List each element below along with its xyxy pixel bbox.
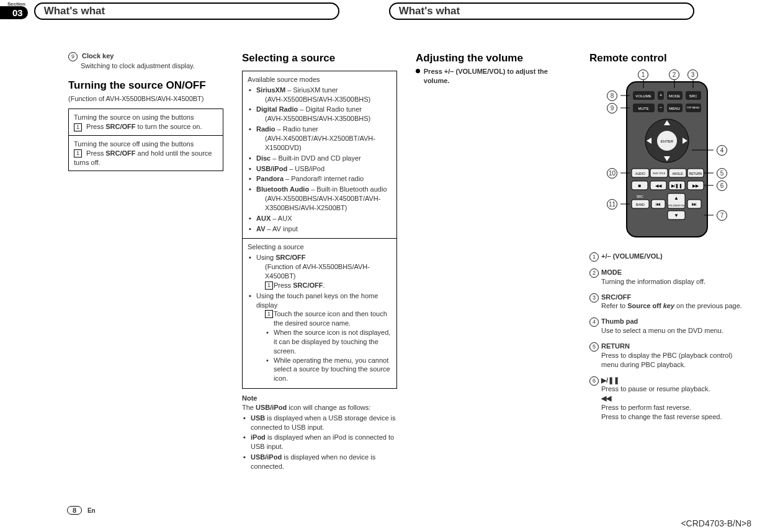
sel-srcoff: Using SRC/OFF (Function of AVH-X5500BHS/… [248,253,392,290]
off-head: Turning the source off using the buttons [74,140,218,149]
source-box: Available source modes SiriusXM – Sirius… [242,71,397,389]
turning-sub: (Function of AVH-X5500BHS/AVH-X4500BT) [68,94,223,104]
svg-text:RETURN: RETURN [689,172,702,175]
column-4: Remote control VOLUME + MODE SRC MUTE − … [589,51,745,472]
remote-item-5: 5 RETURNPress to display the PBC (playba… [589,342,745,370]
turning-on-row: Turning the source on using the buttons … [69,109,223,136]
remote-item-1: 1 +/– (VOLUME/VOL) [589,252,745,262]
page-body: 9 Clock key Switching to clock adjustmen… [0,20,770,472]
src-siriusxm: SiriusXM – SiriusXM tuner(AVH-X5500BHS/A… [248,86,392,104]
page-lang: En [87,507,96,514]
turning-box: Turning the source on using the buttons … [68,109,223,171]
svg-text:◀◀: ◀◀ [655,184,662,188]
header-bar: Section 03 What's what What's what [0,0,770,20]
selecting-heading: Selecting a source [242,51,397,66]
callout-9b: 9 [607,103,617,113]
adjust-line: Press +/– (VOLUME/VOL) to adjust the vol… [416,67,571,86]
src-disc: Disc – Built-in DVD and CD player [248,154,392,163]
svg-text:TOP MENU: TOP MENU [687,106,700,109]
page-number: 8 En [67,506,96,515]
callout-8: 8 [607,91,617,101]
src-radio: Radio – Radio tuner(AVH-X4500BT/AVH-X250… [248,125,392,153]
callout-7: 7 [717,210,727,221]
callout-10: 10 [607,168,617,179]
svg-text:▶▶: ▶▶ [692,184,699,188]
selecting-row: Selecting a source Using SRC/OFF (Functi… [243,239,396,388]
sel-touch-step: 1Touch the source icon and then touch th… [256,309,392,328]
svg-text:▼: ▼ [674,213,679,218]
svg-text:AUDIO: AUDIO [635,172,645,175]
note-lead: The USB/iPod icon will change as follows… [242,403,397,412]
available-modes: Available source modes SiriusXM – Sirius… [243,71,396,239]
svg-text:−: − [660,105,663,110]
note-usb: USB is displayed when a USB storage devi… [242,414,397,432]
remote-item-4: 4 Thumb padUse to select a menu on the D… [589,317,745,335]
sel-note-2: While operating the menu, you cannot sel… [256,356,392,384]
callout-1: 1 [638,69,648,80]
callout-9: 9 [68,52,78,61]
on-step: 1 Press SRC/OFF to turn the source on. [74,122,218,131]
step-1-box: 1 [74,123,82,131]
note-ipod: iPod is displayed when an iPod is connec… [242,433,397,451]
svg-text:▶/❚❚: ▶/❚❚ [671,184,683,188]
src-av: AV – AV input [248,224,392,234]
svg-text:VOLUME: VOLUME [635,94,651,98]
callout-6: 6 [717,180,727,191]
src-bluetooth: Bluetooth Audio – Built-in Bluetooth aud… [248,185,392,213]
section-tab: Section 03 [0,1,28,19]
bullet-icon [416,69,420,73]
sel-list: Using SRC/OFF (Function of AVH-X5500BHS/… [248,253,392,383]
remote-item-2: 2 MODETurning the information display of… [589,268,745,286]
clock-key-title: Clock key [82,52,114,60]
svg-text:ANGLE: ANGLE [673,172,684,175]
svg-text:MUTE: MUTE [638,107,649,110]
callout-3: 3 [687,69,698,80]
column-2: Selecting a source Available source mode… [242,51,397,472]
chapter-title-right: What's what [389,2,694,20]
note-usbipod: USB/iPod is displayed when no device is … [242,453,397,471]
page-oval: 8 [67,506,82,515]
sel-srcoff-step: 1Press SRC/OFF. [256,281,392,290]
callout-11: 11 [607,199,617,210]
svg-text:▲: ▲ [674,195,679,201]
section-number: 03 [0,6,28,19]
callout-4: 4 [717,145,727,156]
avail-head: Available source modes [248,75,392,84]
svg-text:⏭: ⏭ [692,202,697,207]
callout-5: 5 [717,168,727,179]
footer-code: <CRD4703-B/N>8 [681,518,751,528]
svg-text:■: ■ [638,183,642,188]
svg-text:⏮: ⏮ [656,202,661,207]
note-list: USB is displayed when a USB storage devi… [242,414,397,471]
remote-diagram: VOLUME + MODE SRC MUTE − MENU TOP MENU E… [596,69,738,243]
chapter-title-left: What's what [34,2,339,20]
sel-touchpanel: Using the touch panel keys on the home d… [248,291,392,383]
sel-note-1: When the source icon is not displayed, i… [256,328,392,356]
svg-text:SRC: SRC [637,195,643,198]
on-head: Turning the source on using the buttons [74,113,218,122]
svg-text:SUB TITLE: SUB TITLE [653,172,665,175]
clock-key-desc: Switching to clock adjustment display. [68,61,223,71]
callout-2: 2 [669,69,679,80]
remote-svg: VOLUME + MODE SRC MUTE − MENU TOP MENU E… [620,69,714,243]
off-step: 1 Press SRC/OFF and hold until the sourc… [74,149,218,167]
src-pandora: Pandora – Pandora® internet radio [248,174,392,184]
svg-text:MENU: MENU [669,107,680,110]
svg-text:+: + [660,92,663,98]
column-1: 9 Clock key Switching to clock adjustmen… [68,51,223,472]
column-3: Adjusting the volume Press +/– (VOLUME/V… [416,51,571,472]
clock-key-item: 9 Clock key Switching to clock adjustmen… [68,51,223,70]
turning-heading: Turning the source ON/OFF [68,79,223,93]
src-usb-ipod: USB/iPod – USB/iPod [248,164,392,174]
note-heading: Note [242,394,397,403]
source-list: SiriusXM – SiriusXM tuner(AVH-X5500BHS/A… [248,86,392,234]
svg-text:MODE: MODE [669,94,680,98]
adjusting-heading: Adjusting the volume [416,51,571,66]
remote-item-3: 3 SRC/OFF Refer to Source off key on the… [589,293,745,311]
svg-text:BAND: BAND [636,203,645,206]
svg-text:ENTER: ENTER [661,140,674,143]
step-1-box: 1 [74,149,82,157]
src-aux: AUX – AUX [248,214,392,223]
remote-item-6: 6 ▶/❚❚ Press to pause or resume playback… [589,376,745,422]
remote-list: 1 +/– (VOLUME/VOL) 2 MODETurning the inf… [589,252,745,422]
